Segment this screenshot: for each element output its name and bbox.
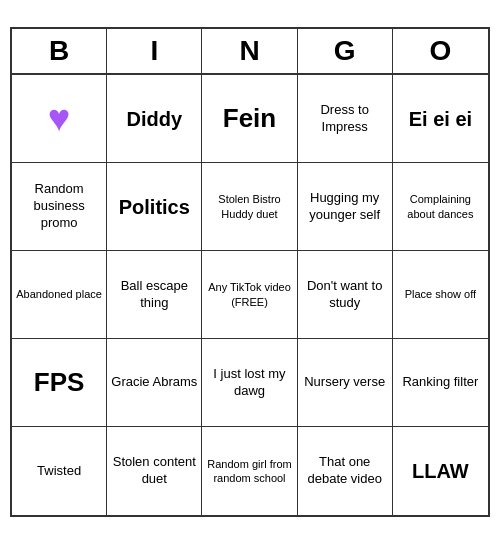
header-cell-g: G (298, 29, 393, 73)
bingo-card: BINGO ♥DiddyFeinDress to ImpressEi ei ei… (10, 27, 490, 517)
bingo-cell-8[interactable]: Hugging my younger self (298, 163, 393, 251)
bingo-cell-15[interactable]: FPS (12, 339, 107, 427)
heart-icon: ♥ (48, 94, 71, 143)
bingo-cell-0[interactable]: ♥ (12, 75, 107, 163)
header-cell-o: O (393, 29, 488, 73)
bingo-cell-7[interactable]: Stolen Bistro Huddy duet (202, 163, 297, 251)
bingo-cell-11[interactable]: Ball escape thing (107, 251, 202, 339)
bingo-cell-13[interactable]: Don't want to study (298, 251, 393, 339)
bingo-cell-14[interactable]: Place show off (393, 251, 488, 339)
bingo-cell-9[interactable]: Complaining about dances (393, 163, 488, 251)
bingo-cell-21[interactable]: Stolen content duet (107, 427, 202, 515)
bingo-cell-18[interactable]: Nursery verse (298, 339, 393, 427)
bingo-cell-3[interactable]: Dress to Impress (298, 75, 393, 163)
bingo-cell-24[interactable]: LLAW (393, 427, 488, 515)
bingo-grid: ♥DiddyFeinDress to ImpressEi ei eiRandom… (12, 75, 488, 515)
bingo-cell-23[interactable]: That one debate video (298, 427, 393, 515)
bingo-cell-4[interactable]: Ei ei ei (393, 75, 488, 163)
bingo-cell-19[interactable]: Ranking filter (393, 339, 488, 427)
bingo-cell-12[interactable]: Any TikTok video (FREE) (202, 251, 297, 339)
bingo-cell-1[interactable]: Diddy (107, 75, 202, 163)
header-cell-b: B (12, 29, 107, 73)
bingo-cell-6[interactable]: Politics (107, 163, 202, 251)
header-cell-i: I (107, 29, 202, 73)
bingo-cell-2[interactable]: Fein (202, 75, 297, 163)
bingo-cell-20[interactable]: Twisted (12, 427, 107, 515)
bingo-cell-16[interactable]: Gracie Abrams (107, 339, 202, 427)
bingo-cell-22[interactable]: Random girl from random school (202, 427, 297, 515)
header-cell-n: N (202, 29, 297, 73)
bingo-header: BINGO (12, 29, 488, 75)
bingo-cell-17[interactable]: I just lost my dawg (202, 339, 297, 427)
bingo-cell-5[interactable]: Random business promo (12, 163, 107, 251)
bingo-cell-10[interactable]: Abandoned place (12, 251, 107, 339)
